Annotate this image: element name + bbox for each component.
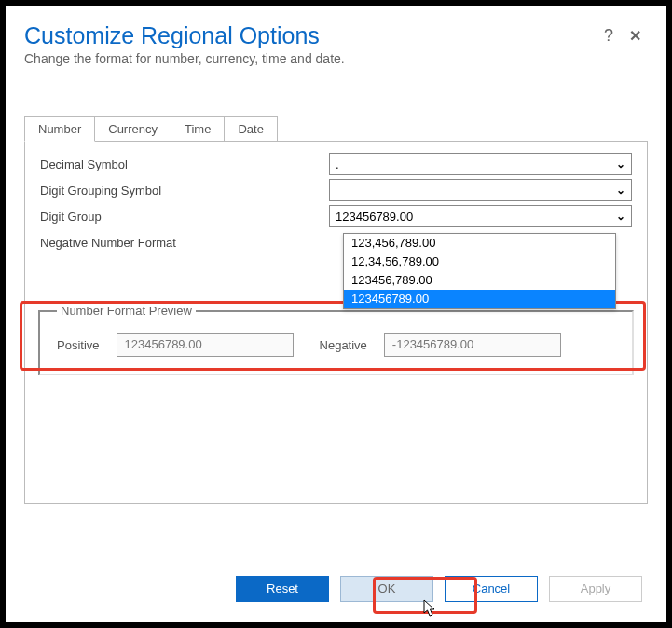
negative-preview: -123456789.00 [384,333,561,357]
digit-group-value: 123456789.00 [336,210,413,224]
help-icon[interactable]: ? [596,26,622,46]
dialog-subtitle: Change the format for number, currency, … [24,51,648,66]
positive-label: Positive [57,338,100,352]
preview-legend: Number Format Preview [57,304,196,318]
cancel-button[interactable]: Cancel [445,576,538,602]
dropdown-option[interactable]: 123456,789.00 [344,271,615,290]
digit-group-label: Digit Group [40,210,329,224]
tab-time[interactable]: Time [171,116,225,141]
digit-group-dropdown[interactable]: 123,456,789.00 12,34,56,789.00 123456,78… [343,233,616,309]
negative-format-label: Negative Number Format [40,236,329,250]
dialog-title: Customize Regional Options [24,22,596,49]
dropdown-option[interactable]: 123,456,789.00 [344,234,615,253]
digit-group-select[interactable]: 123456789.00 ⌄ [329,205,632,227]
ok-button[interactable]: OK [340,576,433,602]
apply-button: Apply [549,576,642,602]
grouping-symbol-select[interactable]: ⌄ [329,179,632,201]
preview-fieldset: Number Format Preview Positive 123456789… [38,304,634,375]
decimal-symbol-value: . [336,157,339,171]
button-row: Reset OK Cancel Apply [236,576,642,602]
positive-preview: 123456789.00 [117,333,294,357]
tab-currency[interactable]: Currency [94,116,171,141]
negative-label: Negative [320,338,367,352]
chevron-down-icon: ⌄ [616,210,625,223]
decimal-symbol-label: Decimal Symbol [40,157,329,171]
grouping-symbol-label: Digit Grouping Symbol [40,184,329,198]
close-icon[interactable]: ✕ [622,27,648,45]
tab-panel: Decimal Symbol . ⌄ Digit Grouping Symbol… [24,141,648,504]
dropdown-option[interactable]: 12,34,56,789.00 [344,253,615,271]
tab-date[interactable]: Date [224,116,277,141]
dialog: Customize Regional Options ? ✕ Change th… [6,6,666,622]
decimal-symbol-select[interactable]: . ⌄ [329,153,632,175]
chevron-down-icon: ⌄ [616,184,625,197]
tab-number[interactable]: Number [24,116,95,142]
title-bar: Customize Regional Options ? ✕ [24,22,648,49]
reset-button[interactable]: Reset [236,576,329,602]
tabs-area: Number Currency Time Date Decimal Symbol… [24,116,648,504]
dropdown-option-selected[interactable]: 123456789.00 [344,290,615,308]
tab-row: Number Currency Time Date [24,116,648,141]
chevron-down-icon: ⌄ [616,157,625,171]
